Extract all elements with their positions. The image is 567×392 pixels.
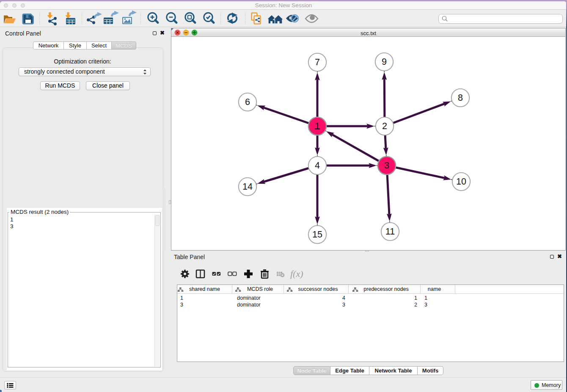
svg-text:f(x): f(x): [290, 268, 303, 279]
